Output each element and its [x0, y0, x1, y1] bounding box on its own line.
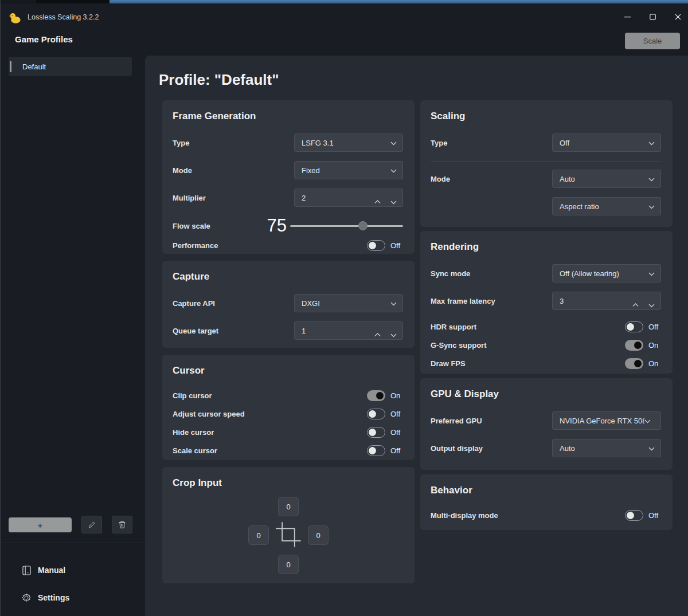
- maximize-button[interactable]: [643, 8, 662, 25]
- card-title: Frame Generation: [173, 111, 403, 122]
- scale-cursor-label: Scale cursor: [173, 446, 217, 455]
- chevron-down-icon[interactable]: [390, 197, 397, 207]
- toggle-state: On: [390, 391, 403, 400]
- queue-target-label: Queue target: [173, 327, 218, 335]
- toggle-state: Off: [390, 410, 403, 418]
- scaling-type-select[interactable]: Off: [552, 134, 661, 152]
- flow-scale-row: Flow scale 75: [173, 216, 403, 236]
- manual-link[interactable]: Manual: [1, 562, 145, 579]
- window-title: Lossless Scaling 3.2.2: [28, 13, 99, 21]
- chevron-up-icon[interactable]: [632, 299, 639, 309]
- performance-row: Performance Off: [173, 238, 403, 253]
- toggle-state: Off: [390, 446, 403, 455]
- toggle-knob: [369, 429, 376, 436]
- selected-indicator: [10, 61, 11, 72]
- chevron-down-icon[interactable]: [390, 329, 397, 340]
- card-title: Scaling: [431, 111, 661, 122]
- preferred-gpu-select[interactable]: NVIDIA GeForce RTX 5080: [552, 411, 661, 430]
- crop-bottom-input[interactable]: 0: [278, 555, 299, 574]
- capture-api-select[interactable]: DXGI: [294, 294, 403, 312]
- adjust-cursor-speed-toggle[interactable]: [367, 409, 385, 419]
- crop-left-input[interactable]: 0: [248, 525, 269, 545]
- multi-display-mode-label: Multi-display mode: [431, 511, 498, 520]
- draw-fps-toggle[interactable]: [625, 358, 643, 369]
- edit-profile-button[interactable]: [81, 516, 102, 533]
- hdr-support-toggle[interactable]: [625, 321, 643, 332]
- chevron-down-icon: [644, 415, 651, 426]
- gsync-support-row: G-Sync support On: [431, 338, 661, 352]
- minimize-icon: [624, 14, 631, 20]
- multi-display-mode-toggle[interactable]: [625, 510, 643, 521]
- hide-cursor-toggle[interactable]: [367, 427, 385, 438]
- scaling-type-row: Type Off: [431, 134, 661, 152]
- chevron-up-icon[interactable]: [374, 196, 381, 206]
- multiplier-label: Multiplier: [173, 194, 206, 202]
- scale-cursor-row: Scale cursor Off: [173, 443, 403, 458]
- slider-thumb[interactable]: [358, 221, 368, 230]
- performance-toggle[interactable]: [367, 240, 385, 251]
- crop-top-input[interactable]: 0: [278, 497, 299, 516]
- multi-display-mode-row: Multi-display mode Off: [431, 508, 661, 523]
- add-profile-button[interactable]: +: [9, 517, 72, 532]
- aspect-ratio-row: Aspect ratio: [431, 197, 661, 215]
- max-frame-latency-stepper[interactable]: 3: [552, 292, 661, 310]
- scale-cursor-toggle[interactable]: [367, 445, 385, 456]
- toggle-state: Off: [648, 323, 661, 331]
- preferred-gpu-label: Preferred GPU: [431, 417, 482, 425]
- draw-fps-label: Draw FPS: [431, 359, 466, 368]
- chevron-down-icon: [390, 138, 397, 148]
- adjust-cursor-speed-row: Adjust cursor speed Off: [173, 406, 403, 421]
- toggle-knob: [369, 447, 376, 454]
- clip-cursor-row: Clip cursor On: [173, 388, 403, 403]
- profile-title: Profile: "Default": [159, 71, 279, 89]
- scaling-mode-select[interactable]: Auto: [552, 170, 661, 188]
- close-button[interactable]: [668, 8, 687, 25]
- aspect-ratio-select[interactable]: Aspect ratio: [552, 197, 661, 215]
- hide-cursor-row: Hide cursor Off: [173, 425, 403, 440]
- gsync-support-toggle[interactable]: [625, 340, 643, 351]
- slider-track[interactable]: [290, 225, 403, 227]
- toggle-knob: [376, 392, 384, 399]
- type-row: Type LSFG 3.1: [173, 134, 403, 152]
- chevron-up-icon[interactable]: [374, 329, 381, 339]
- toggle-knob: [369, 410, 376, 418]
- gear-icon: [21, 593, 32, 602]
- multiplier-stepper[interactable]: 2: [294, 189, 403, 207]
- plus-icon: +: [38, 520, 43, 530]
- cursor-card: Cursor Clip cursor On Adjust cursor spee…: [162, 355, 415, 460]
- max-frame-latency-label: Max frame latency: [431, 297, 495, 305]
- frame-generation-type-select[interactable]: LSFG 3.1: [294, 134, 403, 152]
- close-icon: [675, 14, 681, 20]
- crop-right-input[interactable]: 0: [308, 525, 329, 545]
- output-display-select[interactable]: Auto: [552, 439, 661, 457]
- toggle-state: Off: [648, 511, 661, 520]
- performance-label: Performance: [173, 241, 218, 250]
- app-duck-icon: [9, 11, 21, 26]
- sync-mode-select[interactable]: Off (Allow tearing): [552, 264, 661, 283]
- scale-button[interactable]: Scale: [625, 33, 680, 49]
- manual-book-icon: [21, 566, 32, 575]
- frame-generation-mode-select[interactable]: Fixed: [294, 161, 403, 179]
- queue-target-row: Queue target 1: [173, 321, 403, 340]
- crop-input-card: Crop Input 0 0 0 0: [162, 467, 415, 583]
- toggle-knob: [627, 323, 634, 331]
- draw-fps-row: Draw FPS On: [431, 356, 661, 371]
- chevron-down-icon: [390, 165, 397, 175]
- card-title: Cursor: [173, 365, 403, 376]
- type-label: Type: [173, 139, 189, 147]
- minimize-button[interactable]: [617, 8, 637, 25]
- divider: [1, 543, 145, 543]
- profile-actions: +: [1, 513, 145, 536]
- flow-scale-slider[interactable]: [290, 221, 403, 231]
- settings-link[interactable]: Settings: [1, 589, 145, 606]
- clip-cursor-toggle[interactable]: [367, 390, 385, 401]
- clip-cursor-label: Clip cursor: [173, 391, 212, 400]
- toggle-state: Off: [390, 428, 403, 437]
- chevron-down-icon[interactable]: [648, 300, 655, 310]
- queue-target-stepper[interactable]: 1: [294, 321, 403, 340]
- delete-profile-button[interactable]: [112, 516, 132, 533]
- toggle-state: On: [648, 359, 661, 368]
- hdr-support-row: HDR support Off: [431, 319, 661, 334]
- sidebar-item-profile-default[interactable]: Default: [9, 57, 132, 76]
- gpu-display-card: GPU & Display Preferred GPU NVIDIA GeFor…: [420, 378, 673, 470]
